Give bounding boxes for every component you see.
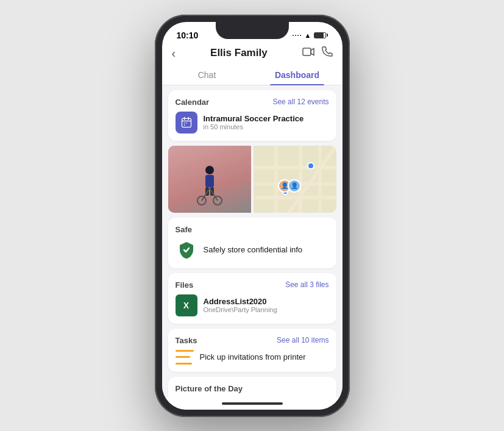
files-section-title: Files <box>176 280 194 290</box>
app-header: ‹ Ellis Family <box>162 43 343 65</box>
map-thumbnail[interactable]: 👤 👤 <box>254 146 336 213</box>
safe-card[interactable]: Safe Safely store confidential info <box>168 218 336 268</box>
phone-frame: 10:10 ···· ▲ ‹ Ellis Family <box>155 15 350 417</box>
safe-section-title: Safe <box>176 225 192 234</box>
svg-rect-0 <box>303 48 311 55</box>
task-description: Pick up invitations from printer <box>200 352 306 362</box>
phone-screen: 10:10 ···· ▲ ‹ Ellis Family <box>162 22 343 410</box>
potd-section-title: Picture of the Day <box>176 384 243 393</box>
task-item[interactable]: Pick up invitations from printer <box>176 350 329 365</box>
svg-point-6 <box>186 123 187 124</box>
signal-text: ···· <box>292 32 302 39</box>
media-row: Photos <box>168 146 336 213</box>
home-indicator <box>162 397 343 410</box>
svg-point-8 <box>205 166 214 174</box>
calendar-see-all[interactable]: See all 12 events <box>272 98 328 106</box>
home-bar <box>222 402 283 405</box>
tab-chat[interactable]: Chat <box>162 65 252 85</box>
excel-label: X <box>183 301 189 310</box>
header-title: Ellis Family <box>210 47 268 59</box>
photos-thumbnail[interactable]: Photos <box>168 146 251 213</box>
safe-description: Safely store confidential info <box>204 245 303 254</box>
event-time: in 50 minutes <box>204 123 304 130</box>
tab-bar: Chat Dashboard <box>162 65 343 85</box>
safe-shield-icon <box>176 239 197 261</box>
svg-point-7 <box>183 124 185 126</box>
file-item[interactable]: X AddressList2020 OneDrive\Party Plannin… <box>176 294 329 316</box>
files-card: Files See all 3 files X AddressList2020 … <box>168 273 336 324</box>
calendar-card-header: Calendar See all 12 events <box>176 98 329 107</box>
tasks-card: Tasks See all 10 items Pick up invitatio… <box>168 329 336 372</box>
tasks-card-header: Tasks See all 10 items <box>176 336 329 345</box>
video-call-icon[interactable] <box>302 46 314 60</box>
files-card-header: Files See all 3 files <box>176 280 329 290</box>
calendar-event-item[interactable]: Intramural Soccer Practice in 50 minutes <box>176 112 329 134</box>
calendar-card: Calendar See all 12 events <box>168 90 336 141</box>
event-title: Intramural Soccer Practice <box>204 114 304 123</box>
file-name: AddressList2020 <box>204 297 277 306</box>
back-button[interactable]: ‹ <box>172 46 176 60</box>
file-info: AddressList2020 OneDrive\Party Planning <box>204 297 277 313</box>
svg-point-5 <box>183 123 185 124</box>
map-pin-1 <box>307 162 314 169</box>
tasks-section-title: Tasks <box>176 336 197 345</box>
files-see-all[interactable]: See all 3 files <box>285 280 328 289</box>
safe-card-header: Safe <box>176 225 329 234</box>
file-path: OneDrive\Party Planning <box>204 306 277 313</box>
status-time: 10:10 <box>177 30 199 40</box>
calendar-section-title: Calendar <box>176 98 210 107</box>
tab-dashboard[interactable]: Dashboard <box>252 65 343 85</box>
map-avatars: 👤 👤 <box>278 179 301 193</box>
picture-of-day-card[interactable]: Picture of the Day <box>168 377 336 397</box>
excel-icon-box: X <box>176 294 197 316</box>
header-actions <box>302 46 333 60</box>
calendar-icon-box <box>176 112 197 134</box>
phone-call-icon[interactable] <box>322 46 333 60</box>
notch <box>216 22 289 39</box>
status-indicators: ···· ▲ <box>292 32 327 39</box>
potd-card-header: Picture of the Day <box>176 384 329 393</box>
safe-item[interactable]: Safely store confidential info <box>176 239 329 261</box>
bike-figure <box>194 163 225 208</box>
calendar-event-info: Intramural Soccer Practice in 50 minutes <box>204 114 304 130</box>
tasks-see-all[interactable]: See all 10 items <box>277 336 328 344</box>
calendar-icon <box>180 116 193 129</box>
svg-rect-9 <box>205 175 214 187</box>
wifi-icon: ▲ <box>305 32 311 39</box>
dashboard-content[interactable]: Calendar See all 12 events <box>162 85 343 397</box>
task-list-icon <box>176 350 194 365</box>
battery-icon <box>314 32 328 38</box>
